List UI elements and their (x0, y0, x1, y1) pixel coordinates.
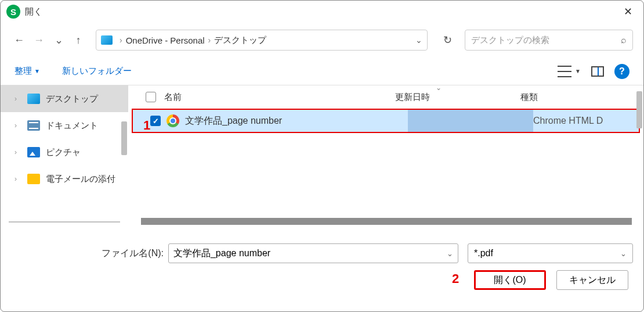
column-date[interactable]: ⌄ 更新日時 (395, 92, 520, 103)
filename-label: ファイル名(N): (11, 248, 168, 260)
chevron-down-icon[interactable]: ⌄ (620, 249, 627, 258)
up-button[interactable]: ↑ (70, 32, 86, 48)
open-button[interactable]: 開く(O) (474, 270, 546, 290)
chrome-icon (167, 114, 179, 127)
toolbar: 整理 ▼ 新しいフォルダー ▼ ? (1, 58, 643, 85)
back-button[interactable]: ← (11, 32, 27, 48)
app-icon: S (6, 5, 20, 19)
annotation-1: 1 (143, 118, 150, 133)
chevron-right-icon: › (15, 148, 21, 156)
list-view-icon (558, 66, 571, 77)
recent-dropdown[interactable]: ⌄ (50, 32, 67, 48)
search-icon: ⌕ (621, 35, 627, 45)
sidebar-label: 電子メールの添付 (46, 174, 115, 185)
scrollbar-thumb[interactable] (121, 121, 127, 155)
sort-indicator-icon: ⌄ (436, 84, 442, 92)
column-name[interactable]: 名前 (164, 92, 395, 103)
column-headers: 名前 ⌄ 更新日時 種類 (128, 85, 643, 109)
preview-pane-button[interactable] (591, 66, 604, 77)
sidebar-item-email[interactable]: › 電子メールの添付 (1, 166, 128, 192)
column-type[interactable]: 種類 (520, 92, 538, 103)
filetype-select[interactable]: *.pdf ⌄ (468, 243, 633, 263)
view-menu[interactable]: ▼ (558, 66, 581, 77)
sidebar-item-documents[interactable]: › ドキュメント (1, 112, 128, 139)
chevron-right-icon: › (15, 175, 21, 183)
breadcrumb-seg[interactable]: OneDrive - Personal (126, 35, 205, 45)
sidebar-label: ピクチャ (46, 147, 81, 158)
file-checkbox[interactable]: ✓ (150, 116, 161, 126)
cancel-button[interactable]: キャンセル (556, 270, 628, 290)
picture-icon (27, 147, 40, 157)
desktop-icon (101, 35, 113, 45)
sidebar: › デスクトップ › ドキュメント › ピクチャ › 電子メールの添付 (1, 85, 128, 227)
file-row[interactable]: ✓ 文学作品_page number Chrome HTML D (132, 109, 640, 133)
filename-value: 文学作品_page number (173, 248, 270, 260)
sidebar-label: ドキュメント (46, 120, 98, 131)
chevron-down-icon: ▼ (34, 68, 40, 74)
search-input[interactable]: デスクトップの検索 ⌕ (465, 30, 633, 51)
divider (9, 221, 120, 223)
file-date (408, 110, 533, 132)
scrollbar-thumb[interactable] (636, 91, 642, 128)
document-icon (27, 120, 40, 131)
select-all-checkbox[interactable] (146, 92, 156, 102)
footer: ファイル名(N): 文学作品_page number ⌄ *.pdf ⌄ 開く(… (1, 227, 643, 290)
forward-button[interactable]: → (31, 32, 47, 48)
help-button[interactable]: ? (614, 64, 629, 79)
content-area: › デスクトップ › ドキュメント › ピクチャ › 電子メールの添付 名前 ⌄ (1, 85, 643, 227)
folder-icon (27, 174, 40, 184)
sidebar-label: デスクトップ (46, 94, 98, 105)
refresh-button[interactable]: ↻ (437, 30, 458, 51)
address-bar[interactable]: › OneDrive - Personal › デスクトップ ⌄ (96, 30, 428, 51)
column-date-label: 更新日時 (395, 92, 430, 102)
chevron-down-icon: ▼ (575, 68, 581, 74)
chevron-right-icon: › (15, 95, 21, 103)
chevron-right-icon: › (120, 35, 122, 45)
search-placeholder: デスクトップの検索 (471, 35, 621, 46)
filename-input[interactable]: 文学作品_page number ⌄ (168, 243, 458, 263)
chevron-down-icon[interactable]: ⌄ (447, 249, 453, 258)
chevron-down-icon[interactable]: ⌄ (415, 35, 422, 45)
filetype-value: *.pdf (474, 248, 493, 259)
desktop-icon (27, 94, 40, 104)
organize-label: 整理 (15, 66, 32, 77)
sidebar-item-desktop[interactable]: › デスクトップ (1, 85, 128, 112)
sidebar-item-pictures[interactable]: › ピクチャ (1, 139, 128, 166)
file-name: 文学作品_page number (185, 115, 408, 127)
window-title: 開く (25, 6, 42, 17)
nav-bar: ← → ⌄ ↑ › OneDrive - Personal › デスクトップ ⌄… (1, 23, 643, 58)
close-button[interactable]: ✕ (614, 1, 641, 23)
chevron-right-icon: › (208, 35, 211, 45)
scrollbar-horizontal[interactable] (141, 218, 632, 225)
chevron-right-icon: › (15, 121, 21, 130)
file-type: Chrome HTML D (533, 116, 603, 126)
organize-menu[interactable]: 整理 ▼ (15, 66, 40, 77)
new-folder-button[interactable]: 新しいフォルダー (62, 66, 132, 77)
titlebar: S 開く ✕ (1, 1, 643, 23)
breadcrumb-seg[interactable]: デスクトップ (214, 35, 266, 46)
file-list: 名前 ⌄ 更新日時 種類 ✓ 文学作品_page number Chrome H… (128, 85, 643, 227)
annotation-2: 2 (452, 271, 459, 286)
